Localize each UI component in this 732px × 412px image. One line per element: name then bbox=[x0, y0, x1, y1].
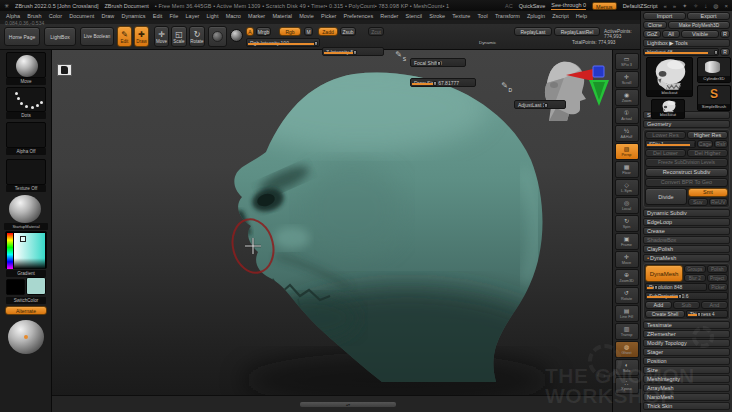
ghost-button[interactable]: ◍Ghost bbox=[615, 341, 639, 358]
higher-res-button[interactable]: Higher Res bbox=[687, 131, 728, 139]
position-header[interactable]: Position bbox=[643, 357, 730, 365]
menu-item-texture[interactable]: Texture bbox=[452, 13, 470, 19]
tool-inventory-slider[interactable]: blockout 48 bbox=[643, 48, 719, 56]
brush-preview-button[interactable] bbox=[208, 26, 227, 47]
lsym-button[interactable]: ◇L.Sym bbox=[615, 179, 639, 196]
m-button[interactable]: M bbox=[304, 27, 313, 36]
menus-button[interactable]: Menus bbox=[592, 2, 617, 10]
material-sphere-icon[interactable] bbox=[230, 29, 243, 42]
replay-last-button[interactable]: ReplayLast bbox=[514, 27, 552, 36]
geometry-section-header[interactable]: Geometry bbox=[643, 120, 730, 128]
goz-visible-button[interactable]: Visible bbox=[681, 30, 719, 38]
dynamesh-add-toggle[interactable]: Add bbox=[645, 301, 672, 309]
thickness-slider[interactable]: Thickness 4 bbox=[686, 310, 728, 318]
dynamesh-blur-slider[interactable]: Blur 2 bbox=[684, 274, 706, 282]
menu-item-zscript[interactable]: Zscript bbox=[552, 13, 569, 19]
spix-slider[interactable]: ▭SPix 3 bbox=[615, 53, 639, 70]
picker-button[interactable]: Picker bbox=[708, 283, 728, 291]
zoom3d-button[interactable]: ⊕Zoom3D bbox=[615, 269, 639, 286]
a-toggle-button[interactable]: A bbox=[246, 27, 254, 36]
dynamesh-sub-toggle[interactable]: Sub bbox=[673, 301, 700, 309]
rgb-intensity-slider[interactable]: Rgb Intensity 100 bbox=[246, 38, 320, 47]
transp-button[interactable]: ▥Transp bbox=[615, 323, 639, 340]
zremesher-header[interactable]: ZRemesher bbox=[643, 330, 730, 338]
claypolish-header[interactable]: ClayPolish bbox=[643, 245, 730, 253]
tool-thumb-simplebrush[interactable]: S SimpleBrush bbox=[697, 85, 731, 111]
move-3d-button[interactable]: ✛Move bbox=[615, 251, 639, 268]
convert-bpr-button[interactable]: Convert BPR To Geo bbox=[645, 178, 728, 187]
divide-button[interactable]: Divide bbox=[645, 188, 687, 205]
see-through-slider[interactable]: See-through 0 bbox=[551, 2, 586, 10]
del-higher-button[interactable]: Del Higher bbox=[687, 149, 728, 157]
lightbox-tools-label[interactable]: Lightbox ▶ Tools bbox=[643, 39, 730, 47]
alternate-button[interactable]: Alternate bbox=[5, 306, 47, 315]
scale-button[interactable]: ◱ Scale bbox=[171, 26, 187, 47]
doc-next-icon[interactable]: » bbox=[673, 3, 676, 9]
menu-item-color[interactable]: Color bbox=[49, 13, 62, 19]
dynamic-label[interactable]: Dynamic bbox=[479, 40, 496, 45]
saturation-square[interactable] bbox=[14, 233, 45, 269]
goz-all-button[interactable]: All bbox=[662, 30, 680, 38]
menu-item-alpha[interactable]: Alpha bbox=[6, 13, 20, 19]
menu-item-stroke[interactable]: Stroke bbox=[429, 13, 445, 19]
stroke-pen-icon[interactable]: ✎S bbox=[392, 48, 405, 61]
secondary-color-swatch[interactable] bbox=[6, 279, 25, 295]
tool-thumb-blockout-small[interactable]: blockout bbox=[651, 99, 685, 119]
cage-button[interactable]: Cage bbox=[697, 140, 713, 148]
floor-button[interactable]: ▦Floor bbox=[615, 161, 639, 178]
default-zscript-button[interactable]: DefaultZScript bbox=[623, 3, 658, 9]
zcut-button[interactable]: Zcut bbox=[368, 27, 384, 36]
goz-r-button[interactable]: R bbox=[720, 30, 730, 38]
del-lower-button[interactable]: Del Lower bbox=[645, 149, 686, 157]
doc-prev-icon[interactable]: « bbox=[663, 3, 666, 9]
menu-item-draw[interactable]: Draw bbox=[101, 13, 114, 19]
edgeloop-header[interactable]: EdgeLoop bbox=[643, 218, 730, 226]
globe-icon[interactable]: ◍ bbox=[713, 2, 718, 9]
goz-button[interactable]: GoZ bbox=[643, 30, 661, 38]
line-fill-button[interactable]: ▤Line Fill bbox=[615, 305, 639, 322]
clone-button[interactable]: Clone bbox=[643, 21, 667, 29]
current-stroke-thumbnail[interactable] bbox=[6, 87, 46, 112]
adjust-last-slider[interactable]: AdjustLast 1 bbox=[514, 100, 566, 109]
color-picker[interactable] bbox=[5, 231, 47, 269]
menu-item-movie[interactable]: Movie bbox=[299, 13, 314, 19]
subprojection-slider[interactable]: SubProjection 0.6 bbox=[645, 292, 728, 300]
current-alpha-thumbnail[interactable] bbox=[6, 122, 46, 148]
tool-thumb-blockout-large[interactable]: blockout bbox=[646, 57, 693, 97]
close-icon[interactable]: × bbox=[724, 3, 728, 9]
dots-pen-icon[interactable]: ✎D bbox=[498, 79, 511, 92]
zadd-button[interactable]: Zadd bbox=[318, 27, 338, 36]
make-polymesh3d-button[interactable]: Make PolyMesh3D bbox=[668, 21, 730, 29]
document-corner-icon[interactable] bbox=[57, 64, 72, 76]
menu-item-file[interactable]: File bbox=[169, 13, 178, 19]
rslr-button[interactable]: Rslr bbox=[714, 140, 728, 148]
menu-item-transform[interactable]: Transform bbox=[495, 13, 520, 19]
dynamic-subdiv-header[interactable]: Dynamic Subdiv bbox=[643, 209, 730, 217]
live-boolean-button[interactable]: Live Boolean bbox=[80, 27, 114, 46]
modify-topology-header[interactable]: Modify Topology bbox=[643, 339, 730, 347]
menu-item-preferences[interactable]: Preferences bbox=[343, 13, 373, 19]
dynamesh-and-toggle[interactable]: And bbox=[701, 301, 728, 309]
dynamesh-button[interactable]: DynaMesh bbox=[645, 265, 683, 282]
scroll-button[interactable]: ✛Scroll bbox=[615, 71, 639, 88]
frame-button[interactable]: ▣Frame bbox=[615, 233, 639, 250]
rgb-button[interactable]: Rgb bbox=[279, 27, 301, 36]
create-shell-button[interactable]: Create Shell bbox=[645, 310, 685, 318]
solo-button[interactable]: ◐Solo bbox=[615, 359, 639, 376]
menu-item-tool[interactable]: Tool bbox=[478, 13, 488, 19]
mrgb-button[interactable]: Mrgb bbox=[256, 27, 271, 36]
menu-item-layer[interactable]: Layer bbox=[186, 13, 200, 19]
dynamesh-groups-toggle[interactable]: Groups bbox=[684, 265, 706, 273]
resolution-slider[interactable]: Resolution 848 bbox=[645, 283, 707, 291]
quicksave-button[interactable]: QuickSave bbox=[519, 3, 546, 9]
hand-tool-icon[interactable]: ✦ bbox=[682, 2, 687, 9]
current-brush-thumbnail[interactable] bbox=[6, 52, 46, 78]
draw-size-slider[interactable]: Draw Size 67.81777 bbox=[410, 78, 476, 87]
menu-item-dynamics[interactable]: Dynamics bbox=[121, 13, 145, 19]
menu-item-zplugin[interactable]: Zplugin bbox=[527, 13, 545, 19]
z-intensity-slider[interactable]: Z Intensity 51 bbox=[322, 47, 384, 56]
export-button[interactable]: Export bbox=[687, 12, 730, 20]
menu-item-macro[interactable]: Macro bbox=[226, 13, 241, 19]
dynamesh-project-toggle[interactable]: Project bbox=[707, 274, 729, 282]
current-material-thumbnail[interactable] bbox=[9, 195, 41, 223]
